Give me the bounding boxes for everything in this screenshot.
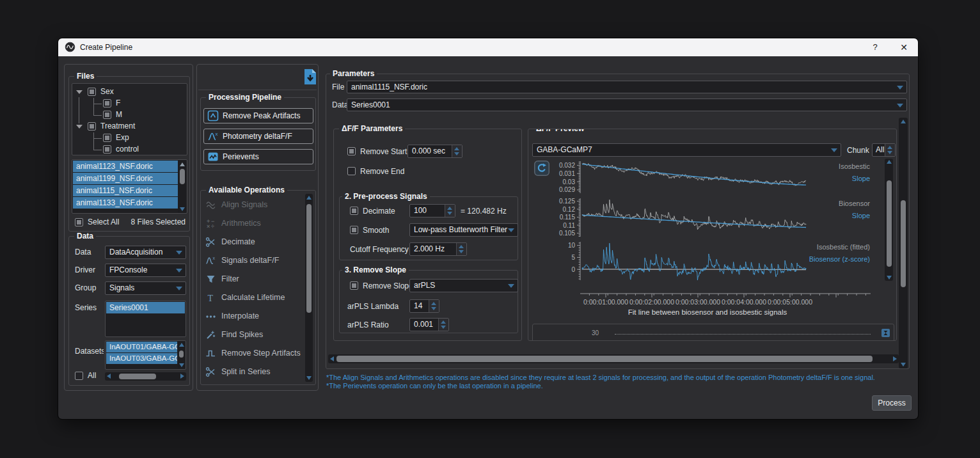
tree-checkbox-control[interactable] [103, 145, 111, 154]
remove-slope-checkbox[interactable] [350, 281, 358, 290]
operation-find-spikes[interactable]: Find Spikes [205, 328, 263, 342]
scroll-down-icon[interactable] [180, 207, 185, 211]
arpls-lambda-spinbox[interactable]: 14 [409, 299, 439, 313]
operations-scrollbar[interactable] [305, 194, 313, 382]
dataset-scrollbar[interactable] [178, 342, 185, 368]
scroll-up-icon[interactable] [179, 343, 184, 347]
pipeline-step-remove-peak-artifacts[interactable]: Remove Peak Artifacts [203, 108, 313, 123]
operation-decimate[interactable]: Decimate [205, 235, 255, 249]
tree-item-m[interactable]: M [116, 110, 122, 119]
scroll-up-icon[interactable] [901, 120, 906, 123]
scroll-thumb[interactable] [336, 356, 873, 362]
scroll-left-icon[interactable] [107, 374, 111, 379]
tree-expand-icon[interactable] [76, 90, 83, 94]
file-list-scrollbar[interactable] [178, 161, 186, 213]
data-groupbox: Data Data DataAcquisition Driver FPConso… [68, 236, 190, 386]
operation-interpolate[interactable]: Interpolate [205, 309, 259, 323]
all-checkbox[interactable] [75, 372, 83, 380]
operation-split-in-series[interactable]: Split in Series [205, 365, 270, 379]
group-label: Group [75, 283, 96, 292]
series-slope [582, 215, 806, 227]
strip-resize-icon[interactable] [881, 328, 890, 340]
tree-checkbox-exp[interactable] [103, 134, 111, 142]
operation-filter[interactable]: Filter [205, 272, 239, 286]
scroll-thumb[interactable] [887, 180, 892, 267]
scroll-down-icon[interactable] [887, 276, 892, 280]
help-button[interactable]: ? [869, 42, 881, 52]
preview-scrollbar[interactable] [885, 159, 893, 281]
scroll-down-icon[interactable] [901, 363, 906, 367]
operation-remove-step-artifacts[interactable]: Remove Step Artifacts [205, 346, 301, 360]
scroll-thumb[interactable] [180, 169, 185, 184]
pipeline-step-photometry-deltaf-f[interactable]: xPhotometry deltaF/F [203, 129, 313, 144]
remove-step-artifacts-icon [205, 348, 216, 359]
operation-calculate-lifetime[interactable]: TCalculate Lifetime [205, 290, 285, 304]
tree-item-exp[interactable]: Exp [116, 133, 129, 142]
data-combo[interactable]: DataAcquisition [105, 246, 186, 259]
file-item[interactable]: animal1199_NSF.doric [73, 173, 178, 184]
decimate-spinbox[interactable]: 100 [409, 204, 455, 217]
file-item[interactable]: animal1115_NSF.doric [73, 185, 178, 196]
dataset-list: InAOUT01/GABA-GCInAOUT03/GABA-GC [105, 340, 186, 370]
tree-item-f[interactable]: F [116, 99, 120, 107]
refresh-preview-icon[interactable] [534, 161, 549, 178]
close-button[interactable]: ✕ [898, 42, 910, 52]
cutoff-spinbox[interactable]: 2.000 Hz [409, 242, 467, 256]
group-combo[interactable]: Signals [105, 281, 186, 295]
data-combo[interactable]: Series0001 [347, 99, 907, 111]
smooth-combo[interactable]: Low-pass Butterworth Filter [409, 223, 518, 237]
process-button[interactable]: Process [872, 395, 912, 411]
tree-expand-icon[interactable] [76, 125, 83, 129]
chunk-spinbox[interactable]: All [872, 143, 896, 157]
file-combo[interactable]: animal1115_NSF.doric [347, 81, 907, 93]
scroll-right-icon[interactable] [180, 374, 184, 379]
scroll-right-icon[interactable] [893, 356, 897, 361]
signal-combo[interactable]: GABA-GCaMP7 [532, 143, 841, 157]
scroll-up-icon[interactable] [887, 160, 892, 164]
dataset-item[interactable]: InAOUT03/GABA-GC [106, 353, 177, 364]
dataset-item[interactable]: InAOUT01/GABA-GC [106, 342, 177, 352]
tree-checkbox-m[interactable] [103, 111, 111, 119]
scroll-up-icon[interactable] [306, 196, 312, 200]
parameters-vscrollbar[interactable] [899, 118, 908, 368]
tree-item-control[interactable]: control [116, 145, 139, 154]
remove-end-checkbox[interactable] [347, 167, 356, 175]
scroll-down-icon[interactable] [306, 376, 312, 380]
arpls-ratio-spinbox[interactable]: 0.001 [409, 318, 449, 331]
next-plot-strip: 30 [532, 324, 894, 341]
scroll-thumb[interactable] [179, 351, 184, 358]
legend-biosensor-z-score: Biosensor (z-score) [809, 255, 870, 263]
pipeline-step-perievents[interactable]: Perievents [203, 149, 313, 164]
remove-start-checkbox[interactable] [347, 147, 356, 155]
select-all-checkbox[interactable] [75, 218, 83, 226]
tree-checkbox-f[interactable] [103, 99, 111, 107]
file-item[interactable]: animal1133_NSF.doric [73, 197, 178, 209]
scroll-thumb[interactable] [119, 374, 156, 379]
driver-combo[interactable]: FPConsole [105, 264, 186, 277]
smooth-checkbox[interactable] [350, 226, 358, 234]
scroll-left-icon[interactable] [330, 356, 334, 361]
parameters-hscrollbar[interactable] [328, 354, 899, 363]
import-pipeline-icon[interactable] [303, 68, 317, 88]
scroll-thumb[interactable] [901, 200, 906, 287]
operation-signals-deltaf-f[interactable]: xSignals deltaF/F [205, 253, 279, 267]
scroll-up-icon[interactable] [180, 162, 185, 166]
app-logo-icon [65, 42, 75, 52]
scroll-down-icon[interactable] [179, 363, 184, 367]
series-item[interactable]: Series0001 [106, 302, 185, 313]
y-tick-label: 0 [571, 266, 575, 273]
dataset-hscrollbar[interactable] [105, 372, 186, 381]
driver-label: Driver [75, 265, 95, 274]
tree-item-treatment[interactable]: Treatment [100, 122, 135, 130]
remove-start-spinbox[interactable]: 0.000 sec [407, 145, 462, 158]
remove-start-value: 0.000 sec [412, 146, 445, 155]
tree-checkbox-sex[interactable] [88, 88, 96, 96]
interpolate-icon [205, 311, 216, 322]
tree-item-sex[interactable]: Sex [100, 87, 114, 96]
svg-text:÷: ÷ [211, 223, 214, 229]
remove-slope-combo[interactable]: arPLS [409, 279, 518, 292]
scroll-thumb[interactable] [306, 204, 312, 313]
decimate-checkbox[interactable] [350, 207, 358, 215]
tree-checkbox-treatment[interactable] [88, 122, 96, 130]
file-item[interactable]: animal1123_NSF.doric [73, 161, 178, 172]
